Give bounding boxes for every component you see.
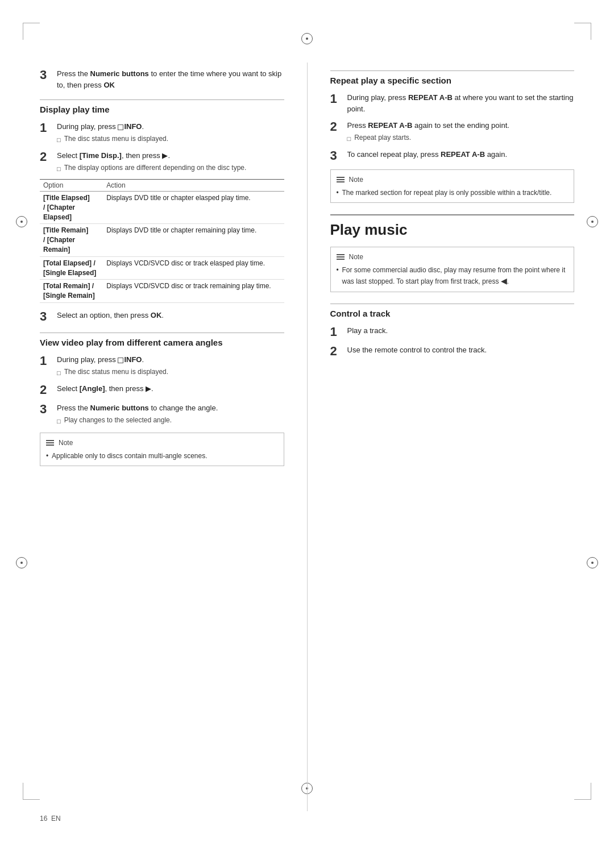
step-number: 3 bbox=[40, 68, 51, 82]
page-num-text: 16 bbox=[40, 815, 47, 823]
note-icon bbox=[46, 440, 54, 446]
vv-note-box: Note Applicable only to discs contain mu… bbox=[40, 433, 284, 466]
step-text: Press the Numeric buttons to enter the t… bbox=[57, 68, 284, 90]
step-text: Use the remote control to control the tr… bbox=[347, 344, 575, 356]
vv-step2: 2 Select [Angle], then press ▶. bbox=[40, 383, 284, 397]
view-video-heading: View video play from different camera an… bbox=[40, 333, 284, 347]
page-lang: EN bbox=[51, 815, 61, 823]
table-row: [Title Elapsed]/ [ChapterElapsed] Displa… bbox=[40, 192, 284, 224]
sub-item: □ The disc status menu is displayed. bbox=[57, 134, 284, 145]
repeat-play-heading: Repeat play a specific section bbox=[330, 70, 575, 85]
step-text: During play, press INFO. □ The disc stat… bbox=[57, 121, 284, 144]
step-text: Press REPEAT A-B again to set the ending… bbox=[347, 120, 575, 143]
corner-mark-tl bbox=[23, 23, 40, 40]
sub-item: □ The disc status menu is displayed. bbox=[57, 367, 284, 378]
bullet: □ bbox=[57, 368, 61, 378]
corner-mark-tr bbox=[574, 23, 591, 40]
step-number: 2 bbox=[330, 344, 342, 358]
step-text: During play, press INFO. □ The disc stat… bbox=[57, 354, 284, 377]
step-text: During play, press REPEAT A-B at where y… bbox=[347, 92, 575, 114]
info-box-icon bbox=[118, 358, 123, 363]
step-number: 3 bbox=[40, 402, 51, 416]
note-text: The marked section for repeat play is on… bbox=[337, 188, 569, 198]
vv-step1: 1 During play, press INFO. □ The disc st… bbox=[40, 354, 284, 377]
content-area: 3 Press the Numeric buttons to enter the… bbox=[40, 57, 574, 811]
table-row: [Title Remain]/ [ChapterRemain] Displays… bbox=[40, 224, 284, 256]
sub-text: The disc status menu is displayed. bbox=[64, 134, 168, 144]
note-label: Note bbox=[349, 252, 363, 262]
table-header-action: Action bbox=[103, 180, 284, 192]
display-play-time-heading: Display play time bbox=[40, 99, 284, 114]
info-box-icon bbox=[118, 124, 123, 130]
sub-text: The display options are different depend… bbox=[64, 163, 247, 173]
sub-item: □ Play changes to the selected angle. bbox=[57, 416, 284, 426]
step-text: Press the Numeric buttons to change the … bbox=[57, 402, 284, 426]
step-number: 2 bbox=[330, 120, 342, 134]
note-text: Applicable only to discs contain multi-a… bbox=[46, 451, 278, 461]
step-text: Select [Angle], then press ▶. bbox=[57, 383, 284, 394]
note-header: Note bbox=[337, 175, 569, 185]
table-row: [Total Remain] /[Single Remain] Displays… bbox=[40, 280, 284, 303]
bullet: □ bbox=[57, 417, 61, 426]
dpt-step3: 3 Select an option, then press OK. bbox=[40, 310, 284, 323]
sub-text: Play changes to the selected angle. bbox=[64, 416, 172, 425]
sub-text: Repeat play starts. bbox=[354, 133, 411, 143]
table-cell-option: [Total Remain] /[Single Remain] bbox=[40, 280, 103, 303]
note-list-item: The marked section for repeat play is on… bbox=[337, 188, 569, 198]
reg-circle-left-bottom bbox=[16, 557, 27, 568]
table-row: [Total Elapsed] /[Single Elapsed] Displa… bbox=[40, 256, 284, 280]
page-number: 16 EN bbox=[40, 815, 61, 823]
step-text: To cancel repeat play, press REPEAT A-B … bbox=[347, 149, 575, 160]
rp-step1: 1 During play, press REPEAT A-B at where… bbox=[330, 92, 575, 114]
step-number: 3 bbox=[330, 149, 342, 163]
intro-step3: 3 Press the Numeric buttons to enter the… bbox=[40, 68, 284, 90]
step-number: 2 bbox=[40, 150, 51, 164]
ct-step2: 2 Use the remote control to control the … bbox=[330, 344, 575, 358]
ct-step1: 1 Play a track. bbox=[330, 325, 575, 339]
note-header: Note bbox=[46, 438, 278, 448]
table-cell-action: Displays DVD title or chapter elasped pl… bbox=[103, 192, 284, 224]
page: 3 Press the Numeric buttons to enter the… bbox=[0, 0, 614, 868]
play-music-note-box: Note For some commercial audio disc, pla… bbox=[330, 247, 575, 292]
note-list-item: Applicable only to discs contain multi-a… bbox=[46, 451, 278, 461]
table-cell-option: [Title Elapsed]/ [ChapterElapsed] bbox=[40, 192, 103, 224]
reg-circle-right-top bbox=[587, 216, 598, 227]
control-track-heading: Control a track bbox=[330, 304, 575, 318]
bullet: □ bbox=[57, 164, 61, 174]
left-column: 3 Press the Numeric buttons to enter the… bbox=[40, 57, 284, 811]
table-cell-option: [Title Remain]/ [ChapterRemain] bbox=[40, 224, 103, 256]
note-text: For some commercial audio disc, play may… bbox=[337, 265, 569, 287]
table-header-option: Option bbox=[40, 180, 103, 192]
rp-step3: 3 To cancel repeat play, press REPEAT A-… bbox=[330, 149, 575, 163]
column-divider bbox=[307, 63, 308, 811]
options-table: Option Action [Title Elapsed]/ [ChapterE… bbox=[40, 179, 284, 303]
step-number: 1 bbox=[40, 121, 51, 135]
reg-circle-top bbox=[301, 33, 313, 44]
step-text: Select an option, then press OK. bbox=[57, 310, 284, 321]
step-text: Play a track. bbox=[347, 325, 575, 337]
note-icon bbox=[337, 177, 345, 182]
dpt-step1: 1 During play, press INFO. □ The disc st… bbox=[40, 121, 284, 144]
note-label: Note bbox=[349, 175, 363, 185]
table-cell-option: [Total Elapsed] /[Single Elapsed] bbox=[40, 256, 103, 280]
step-number: 3 bbox=[40, 310, 51, 323]
bullet: □ bbox=[347, 134, 351, 144]
sub-item: □ Repeat play starts. bbox=[347, 133, 575, 144]
table-cell-action: Displays VCD/SVCD disc or track remainin… bbox=[103, 280, 284, 303]
note-label: Note bbox=[59, 438, 73, 448]
note-list-item: For some commercial audio disc, play may… bbox=[337, 265, 569, 287]
reg-circle-left-top bbox=[16, 216, 27, 227]
step-text: Select [Time Disp.], then press ▶. □ The… bbox=[57, 150, 284, 173]
reg-circle-right-bottom bbox=[587, 557, 598, 568]
step-number: 1 bbox=[330, 325, 342, 339]
step-number: 1 bbox=[330, 92, 342, 106]
dpt-step2: 2 Select [Time Disp.], then press ▶. □ T… bbox=[40, 150, 284, 173]
bullet: □ bbox=[57, 135, 61, 145]
rp-step2: 2 Press REPEAT A-B again to set the endi… bbox=[330, 120, 575, 143]
right-column: Repeat play a specific section 1 During … bbox=[330, 57, 575, 811]
corner-mark-bl bbox=[23, 783, 40, 800]
corner-mark-br bbox=[574, 783, 591, 800]
note-icon bbox=[337, 254, 345, 260]
step-number: 2 bbox=[40, 383, 51, 397]
sub-text: The disc status menu is displayed. bbox=[64, 367, 168, 377]
